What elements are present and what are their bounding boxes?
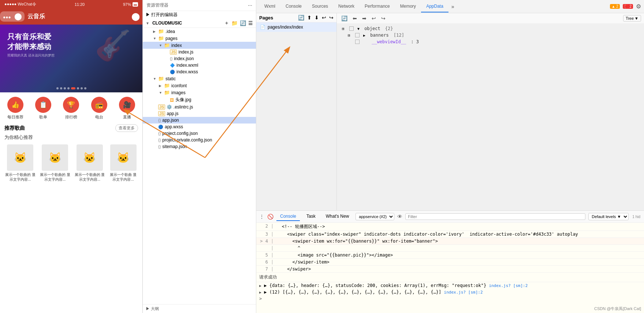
tab-wxml[interactable]: Wxml — [259, 1, 280, 12]
console-more-icon[interactable]: ⋮ — [259, 214, 264, 220]
nav-icons-row: 👍 每日推荐 📋 歌单 🏆 排行榜 📻 电台 🎥 直播 — [0, 92, 142, 121]
pages-up-btn[interactable]: ⬆ — [307, 15, 312, 21]
tree-item-indexwxml[interactable]: 🔷 index.wxml — [143, 62, 256, 69]
record-button[interactable]: ⬤ — [131, 12, 139, 21]
console-obj-0[interactable]: ▶ ▶ {data: {…}, header: {…}, statusCode:… — [256, 282, 644, 289]
tree-toolbar-redo[interactable]: ↪ — [380, 15, 387, 22]
expand-icon-grid[interactable]: ⊞ — [342, 26, 347, 31]
tree-item-static[interactable]: ▼ 📁 static — [143, 75, 256, 82]
refresh-btn[interactable]: 🔄 — [240, 20, 246, 26]
nav-item-ranking[interactable]: 🏆 排行榜 — [63, 97, 79, 120]
console-tab-console[interactable]: Console — [276, 212, 300, 221]
tab-console[interactable]: Console — [280, 1, 307, 12]
mobile-header: ●●● ⬤ 云音乐 ⬤ — [0, 8, 142, 25]
console-tab-whatsnew[interactable]: What's New — [322, 212, 353, 221]
tab-memory[interactable]: Memory — [395, 1, 421, 12]
checkbox-webviewid[interactable] — [355, 40, 360, 44]
tree-arrow-icon: ▼ — [634, 16, 639, 21]
console-block-icon[interactable]: 🚫 — [267, 214, 273, 220]
tree-item-indexjs[interactable]: JS index.js — [143, 49, 256, 55]
expand-arrow-object[interactable]: ▼ — [357, 27, 360, 31]
page-file-icon: 📄 — [260, 25, 265, 30]
page-item-label: pages/index/index — [268, 25, 303, 30]
idea-expand-arrow: ▶ — [153, 30, 157, 33]
data-tree-panel: ⊞ ▼ object {2} ⊞ ▶ banners [12] — [337, 24, 644, 210]
tree-toolbar-prev[interactable]: ⬅ — [351, 15, 358, 22]
banner-dot-6 — [77, 87, 79, 89]
settings-btn[interactable]: ⚙ — [636, 3, 641, 10]
live-label: 直播 — [123, 114, 131, 120]
tree-item-images[interactable]: ▼ 📁 images — [143, 89, 256, 96]
song-item-3[interactable]: 🐱 展示一个歌曲 显示文字内容... — [108, 144, 138, 182]
tree-item-projectprivate[interactable]: {} project.private.config.json — [143, 137, 256, 143]
tree-dropdown-btn[interactable]: Tree ▼ — [623, 15, 641, 22]
tree-item-sitemap[interactable]: {} sitemap.json — [143, 143, 256, 150]
header-dots[interactable]: ●●● ⬤ — [0, 11, 25, 22]
key-object: object — [362, 26, 383, 31]
tab-network[interactable]: Network — [333, 1, 360, 12]
playlist-icon: 📋 — [35, 97, 51, 113]
console-obj-1[interactable]: ▶ ▶ (12) [{…}, {…}, {…}, {…}, {…}, {…}, … — [256, 289, 644, 295]
checkbox-banners[interactable] — [355, 33, 360, 37]
console-levels-select[interactable]: Default levels ▼ — [588, 213, 629, 220]
pages-expand-arrow: ▼ — [153, 37, 157, 40]
line-content-7: </swiper> — [276, 266, 641, 272]
file-tree-more-icon[interactable]: ⋯ — [248, 3, 252, 8]
tree-item-appwxss[interactable]: 🔵 app.wxss — [143, 124, 256, 130]
song-item-1[interactable]: 🐱 展示一个歌曲的 显示文字内容... — [39, 144, 71, 182]
expand-icon-banners[interactable]: ⊞ — [348, 33, 353, 38]
outline-section[interactable]: ▶ 大纲 — [143, 304, 256, 313]
nav-item-radio[interactable]: 📻 电台 — [91, 97, 107, 120]
new-folder-btn[interactable]: 📁 — [231, 20, 238, 26]
nav-item-daily[interactable]: 👍 每日推荐 — [7, 97, 23, 120]
radio-label: 电台 — [95, 114, 103, 120]
tree-item-appjs[interactable]: JS app.js — [143, 110, 256, 117]
status-right: 97% ▬ — [123, 2, 138, 7]
nav-item-playlist[interactable]: 📋 歌单 — [35, 97, 51, 120]
expand-arrow-banners[interactable]: ▶ — [363, 33, 365, 37]
song-cover-0: 🐱 — [7, 144, 33, 171]
console-filter-input[interactable] — [405, 213, 585, 220]
tab-sources[interactable]: Sources — [307, 1, 333, 12]
console-tab-task[interactable]: Task — [303, 212, 319, 221]
tree-item-indexwxss[interactable]: 🔵 index.wxss — [143, 69, 256, 75]
checkbox-object[interactable] — [349, 26, 354, 31]
console-eye-icon[interactable]: 👁 — [397, 214, 402, 220]
tree-toolbar-refresh[interactable]: 🔄 — [340, 15, 349, 22]
tree-item-eslintrc[interactable]: JS ⚙️ .eslintrc.js — [143, 104, 256, 110]
tree-item-pages[interactable]: ▼ 📁 pages — [143, 35, 256, 42]
indexwxss-icon: 🔵 — [170, 70, 175, 74]
tree-toolbar-next[interactable]: ➡ — [361, 15, 368, 22]
open-editors-item[interactable]: ▶ 打开的编辑器 — [143, 11, 256, 19]
file-tree-title: 资源管理器 — [146, 2, 168, 8]
tab-appdata[interactable]: AppData — [421, 1, 448, 12]
song-item-2[interactable]: 🐱 展示一个歌曲的 显示文字内容... — [74, 144, 106, 182]
tree-item-avatar[interactable]: 🖼 头像.jpg — [143, 96, 256, 104]
pages-undo-btn[interactable]: ↩ — [322, 15, 326, 21]
new-file-btn[interactable]: ＋ — [224, 20, 229, 26]
tab-performance[interactable]: Performance — [360, 1, 395, 12]
tree-item-indexjson[interactable]: {} index.json — [143, 55, 256, 62]
banner-sub: 照耀我的天真 还永远闪光的梦想 — [7, 53, 55, 58]
console-context-select[interactable]: appservice (#2) — [355, 213, 394, 220]
tree-item-idea[interactable]: ▶ 📁 .idea — [143, 28, 256, 35]
file-tree-panel: 资源管理器 ⋯ ▶ 打开的编辑器 ▼ CLOUDMUSIC ＋ 📁 🔄 ☰ ▶ … — [143, 0, 256, 313]
pages-down-btn[interactable]: ⬇ — [314, 15, 319, 21]
tree-toolbar-undo[interactable]: ↩ — [370, 15, 377, 22]
nav-item-live[interactable]: 🎥 直播 — [119, 97, 135, 120]
collapse-btn[interactable]: ☰ — [248, 20, 253, 26]
tree-item-iconfont[interactable]: ▶ 📁 iconfont — [143, 82, 256, 89]
tree-item-projectconfig[interactable]: {} project.config.json — [143, 130, 256, 137]
song-item-0[interactable]: 🐱 展示一个歌曲的 显示文字内容... — [4, 144, 36, 182]
section-more-button[interactable]: 查看更多 — [115, 124, 138, 132]
line-content-4b: ^ — [276, 246, 641, 251]
pages-folder-icon: 📁 — [158, 36, 164, 41]
pages-refresh-btn[interactable]: 🔄 — [298, 15, 304, 21]
pages-redo-btn[interactable]: ↪ — [329, 15, 334, 21]
tree-item-index-folder[interactable]: ▼ 📁 index — [143, 42, 256, 49]
tab-more-btn[interactable]: » — [448, 2, 457, 11]
tree-item-appjson[interactable]: {} app.json — [143, 117, 256, 124]
idea-folder-icon: 📁 — [158, 29, 164, 34]
images-expand-arrow: ▼ — [159, 91, 163, 95]
page-item-index[interactable]: 📄 pages/index/index — [256, 22, 336, 32]
